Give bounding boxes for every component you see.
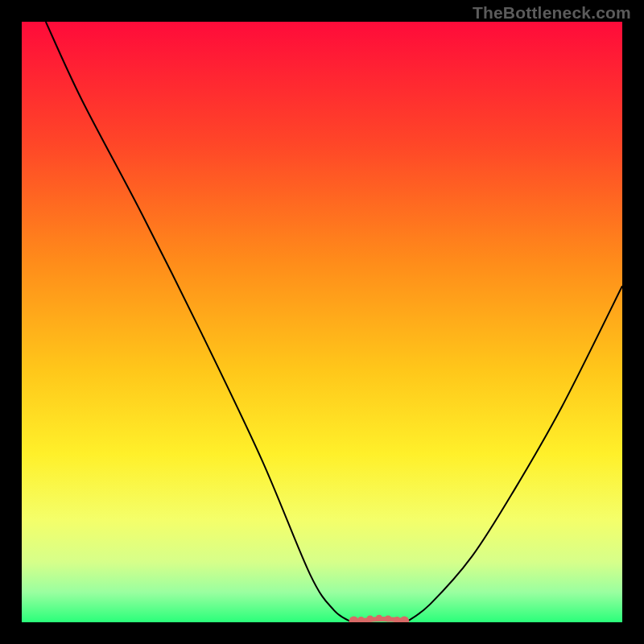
marker-dot — [376, 615, 382, 621]
marker-dot — [367, 616, 374, 622]
chart-svg — [22, 22, 622, 622]
watermark-text: TheBottleneck.com — [473, 3, 631, 23]
chart-frame — [22, 22, 622, 622]
marker-dot — [385, 616, 391, 622]
gradient-background — [22, 22, 622, 622]
